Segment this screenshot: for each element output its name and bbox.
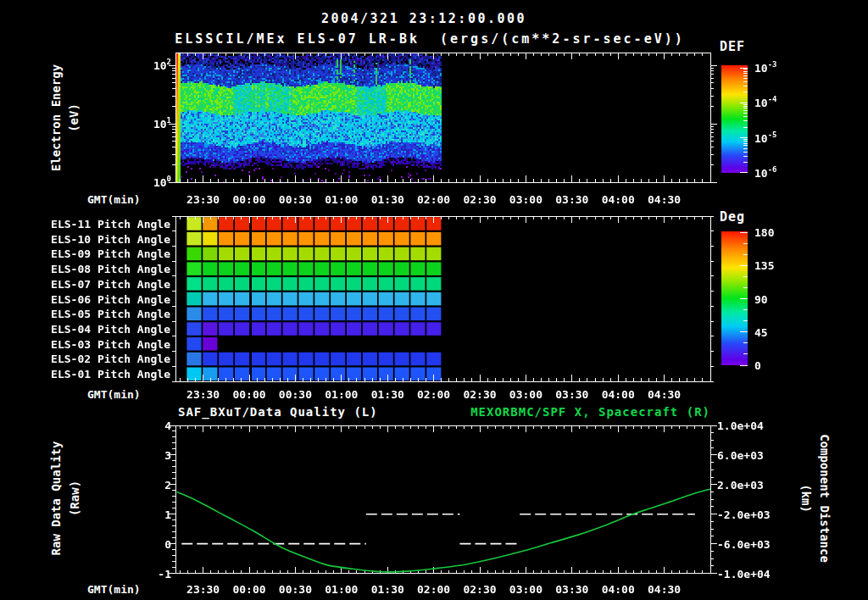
time-tick-label-p1: 00:00 xyxy=(232,194,265,205)
p3-left-ylabel-line1: Raw Data Quality xyxy=(50,442,62,556)
time-tick-label-p3: 03:30 xyxy=(555,584,588,595)
p3-right-tick-label: -1.0e+04 xyxy=(717,568,771,579)
time-tick-label-p1: 23:30 xyxy=(186,194,220,205)
def-colorbar xyxy=(721,65,748,173)
pitch-row-label: ELS-08 Pitch Angle xyxy=(51,264,170,275)
pitch-angle-heatmap xyxy=(175,216,710,381)
deg-colorbar xyxy=(721,231,748,365)
electron-energy-spectrogram xyxy=(175,53,710,182)
def-colorbar-tick-label: 10-6 xyxy=(754,167,777,178)
page-title: 2004/321 23:12:00.000 xyxy=(321,13,526,25)
time-tick-label-p3: 03:00 xyxy=(509,584,542,595)
time-tick-label-p1: 01:30 xyxy=(371,194,404,205)
time-tick-label-p3: 23:30 xyxy=(186,584,220,595)
deg-colorbar-tick-label: 90 xyxy=(754,293,768,304)
def-colorbar-title: DEF xyxy=(720,41,745,53)
deg-colorbar-title: Deg xyxy=(720,211,745,224)
p3-value-ticks xyxy=(169,425,717,574)
pitch-row-label: ELS-02 Pitch Angle xyxy=(51,353,170,364)
pitch-row-label: ELS-01 Pitch Angle xyxy=(51,369,170,380)
p3-left-ylabel-line2: (Raw) xyxy=(69,481,81,516)
p3-right-ylabel-line2: (km) xyxy=(800,484,812,513)
p3-left-tick-label: -1 xyxy=(158,568,171,579)
p3-title-right: MEXORBMC/SPF X, Spacecraft (R) xyxy=(470,406,710,418)
time-tick-label-p1: 01:00 xyxy=(325,194,358,205)
time-tick-label-p3: 04:00 xyxy=(602,584,635,595)
p3-left-tick-label: 1 xyxy=(164,508,171,519)
p3-right-tick-label: -2.0e+03 xyxy=(717,508,771,519)
pitch-row-label: ELS-09 Pitch Angle xyxy=(51,248,170,259)
pitch-row-label: ELS-10 Pitch Angle xyxy=(51,233,170,244)
p3-left-tick-label: 2 xyxy=(164,479,171,490)
time-tick-label-p3: 02:30 xyxy=(463,584,496,595)
p1-ytick-label: 100 xyxy=(153,177,171,188)
time-tick-label-p2: 02:00 xyxy=(417,389,450,400)
pitch-row-label: ELS-03 Pitch Angle xyxy=(51,338,170,349)
time-tick-label-p1: 03:30 xyxy=(555,194,588,205)
p3-left-tick-label: 4 xyxy=(164,420,171,431)
deg-colorbar-tick-label: 45 xyxy=(754,326,768,337)
time-tick-label-p2: 03:30 xyxy=(555,389,588,400)
time-tick-label-p3: 00:00 xyxy=(232,584,265,595)
def-colorbar-tick-label: 10-4 xyxy=(754,97,777,108)
data-quality-series xyxy=(181,514,695,544)
p3-left-tick-label: 0 xyxy=(164,538,171,549)
time-tick-label-p3: 01:00 xyxy=(325,584,358,595)
pitch-row-label: ELS-05 Pitch Angle xyxy=(51,308,170,319)
time-tick-label-p3: 01:30 xyxy=(371,584,404,595)
deg-colorbar-tick-label: 180 xyxy=(754,227,774,238)
p3-right-tick-label: 2.0e+03 xyxy=(717,479,764,490)
p3-right-tick-label: 1.0e+04 xyxy=(717,420,764,431)
p3-title-left: SAF_BXuT/Data Quality (L) xyxy=(178,406,378,418)
time-tick-label-p1: 03:00 xyxy=(509,194,542,205)
pitch-row-label: ELS-06 Pitch Angle xyxy=(51,293,170,304)
p1-ylabel-line2: (eV) xyxy=(68,103,80,132)
p3-right-tick-label: 6.0e+03 xyxy=(717,449,764,460)
time-tick-label-p1: 00:30 xyxy=(279,194,312,205)
p3-right-ylabel-line1: Component Distance xyxy=(819,434,831,563)
time-tick-label-p1: 02:00 xyxy=(417,194,450,205)
time-tick-label-p2: 04:00 xyxy=(602,389,635,400)
def-colorbar-tick-label: 10-3 xyxy=(754,63,777,74)
time-tick-label-p3: 04:30 xyxy=(648,584,681,595)
time-tick-label-p1: 04:00 xyxy=(602,194,635,205)
p3-left-tick-label: 3 xyxy=(164,449,171,460)
time-tick-label-p2: 00:00 xyxy=(232,389,265,400)
deg-colorbar-tick-label: 0 xyxy=(754,360,761,371)
pitch-row-label: ELS-07 Pitch Angle xyxy=(51,278,170,289)
p1-ytick-label: 101 xyxy=(153,119,171,130)
time-tick-label-p1: 04:30 xyxy=(648,194,681,205)
time-tick-label-p2: 23:30 xyxy=(186,389,220,400)
deg-colorbar-tick-label: 135 xyxy=(754,260,774,271)
time-tick-label-p2: 01:00 xyxy=(325,389,358,400)
plot-page: 2004/321 23:12:00.000 ELSSCIL/MEx ELS-07… xyxy=(0,0,868,600)
p3-right-tick-label: -6.0e+03 xyxy=(717,538,771,549)
time-tick-label-p2: 02:30 xyxy=(463,389,496,400)
spacecraft-distance-curve xyxy=(177,489,710,572)
time-tick-label-p1: 02:30 xyxy=(463,194,496,205)
time-tick-label-p3: 02:00 xyxy=(417,584,450,595)
time-tick-label-p2: 00:30 xyxy=(279,389,312,400)
time-tick-label-p2: 03:00 xyxy=(509,389,542,400)
time-tick-label-p3: 00:30 xyxy=(279,584,312,595)
p3-gmt-label: GMT(min) xyxy=(87,584,141,595)
time-tick-label-p2: 01:30 xyxy=(371,389,404,400)
p1-ylabel-line1: Electron Energy xyxy=(50,64,62,171)
pitch-row-label: ELS-04 Pitch Angle xyxy=(51,323,170,334)
p1-gmt-label: GMT(min) xyxy=(87,194,141,205)
def-colorbar-tick-label: 10-5 xyxy=(754,132,777,143)
plot-subtitle: ELSSCIL/MEx ELS-07 LR-Bk (ergs/(cm**2-sr… xyxy=(175,33,685,46)
p1-ytick-label: 102 xyxy=(153,60,171,71)
time-tick-label-p2: 04:30 xyxy=(648,389,681,400)
pitch-row-label: ELS-11 Pitch Angle xyxy=(51,218,170,229)
p2-gmt-label: GMT(min) xyxy=(87,389,141,400)
